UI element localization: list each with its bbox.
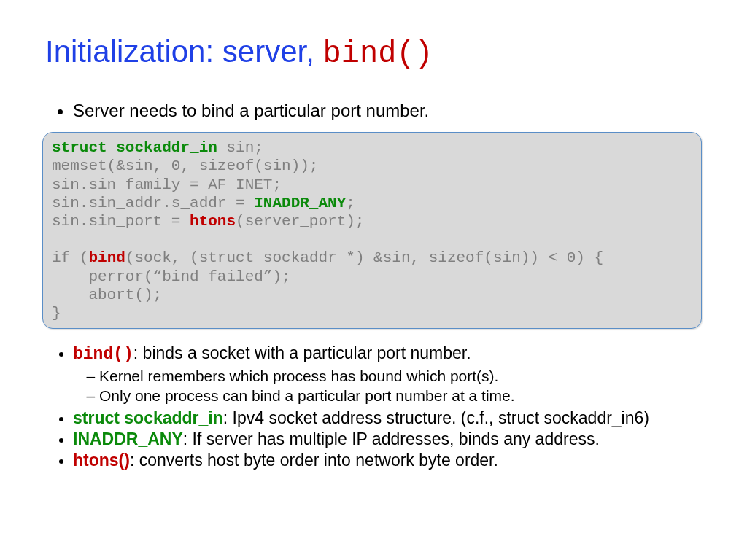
code-text: (server_port); <box>236 213 364 230</box>
code-kw-inaddr: INADDR_ANY <box>254 195 346 211</box>
note-bind: bind(): binds a socket with a particular… <box>73 343 702 405</box>
code-text: if ( <box>52 249 88 266</box>
intro-bullet-1: Server needs to bind a particular port n… <box>73 100 702 122</box>
code-text: perror(“bind failed”); <box>52 268 291 285</box>
title-main: Initialization: server, <box>45 34 323 69</box>
code-kw-struct: struct sockaddr_in <box>52 139 217 156</box>
note-text: : Ipv4 socket address structure. (c.f., … <box>223 408 649 427</box>
code-text: sin; <box>217 139 263 156</box>
note-bind-sub2: Only one process can bind a particular p… <box>99 387 702 405</box>
code-kw-htons: htons <box>190 213 236 230</box>
code-text: sin.sin_addr.s_addr = <box>52 195 254 211</box>
title-func: bind() <box>323 36 433 71</box>
code-text: memset(&sin, 0, sizeof(sin)); <box>52 158 318 174</box>
note-htons: htons(): converts host byte order into n… <box>73 451 702 470</box>
note-text: : converts host byte order into network … <box>130 451 498 470</box>
note-struct: struct sockaddr_in: Ipv4 socket address … <box>73 408 702 428</box>
code-text: sin.sin_family = AF_INET; <box>52 176 282 193</box>
note-term-htons: htons() <box>73 451 130 470</box>
code-text: ; <box>346 195 355 211</box>
code-block: struct sockaddr_in sin; memset(&sin, 0, … <box>42 132 702 329</box>
note-bind-sub: Kernel remembers which process has bound… <box>73 368 702 405</box>
code-text: sin.sin_port = <box>52 213 190 230</box>
note-inaddr: INADDR_ANY: If server has multiple IP ad… <box>73 429 702 449</box>
code-kw-bind: bind <box>88 249 125 266</box>
note-term-inaddr: INADDR_ANY <box>73 429 183 448</box>
note-bind-sub1: Kernel remembers which process has bound… <box>99 368 702 386</box>
slide-title: Initialization: server, bind() <box>45 35 702 71</box>
code-text: abort(); <box>52 287 162 303</box>
intro-bullets: Server needs to bind a particular port n… <box>45 100 702 122</box>
note-term-struct: struct sockaddr_in <box>73 408 223 427</box>
note-term-bind: bind() <box>73 345 133 364</box>
note-text: : If server has multiple IP addresses, b… <box>183 429 600 448</box>
note-text: : binds a socket with a particular port … <box>133 343 471 362</box>
code-text: (sock, (struct sockaddr *) &sin, sizeof(… <box>125 249 603 266</box>
notes-list: bind(): binds a socket with a particular… <box>45 343 702 470</box>
code-text: } <box>52 305 61 322</box>
